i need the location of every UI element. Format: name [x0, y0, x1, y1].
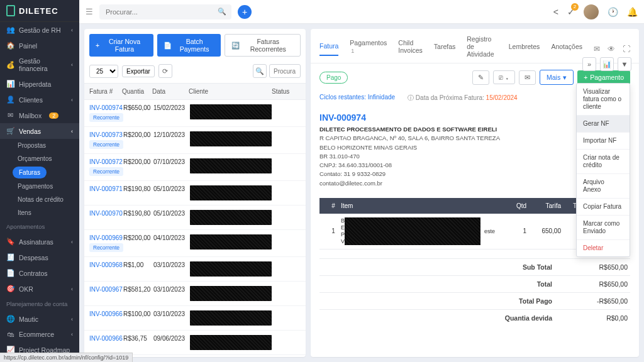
add-button[interactable]: + [238, 5, 252, 19]
invoice-link[interactable]: INV-000972 [89, 158, 123, 165]
sidebar-subitem[interactable]: Propostas [0, 139, 79, 152]
sidebar-item-label: Contratos [19, 270, 48, 277]
chevrons-icon[interactable]: » [582, 57, 596, 71]
dropdown-item[interactable]: Criar nota de crédito [577, 150, 630, 174]
row-client-redacted [190, 234, 272, 250]
col-invoice-num[interactable]: Fatura # [89, 88, 122, 95]
items-col-qtd: Qtd [495, 202, 526, 209]
invoice-row[interactable]: INV-000973Recorrente R$200,00 12/10/2023 [84, 127, 306, 154]
sidebar-item[interactable]: 👤Clientes‹ [0, 92, 79, 107]
detail-tab[interactable]: Pagamentos 1 [350, 39, 387, 59]
detail-tab[interactable]: Anotações [551, 43, 582, 55]
sidebar-item[interactable]: 💰Gestão financeira‹ [0, 53, 79, 76]
invoice-row[interactable]: INV-000966 R$36,75 09/06/2023 [84, 331, 306, 355]
list-search-input[interactable] [269, 64, 301, 78]
items-col-item: Item [341, 202, 495, 209]
sidebar-section-apontamentos: Apontamentos [0, 219, 79, 234]
sidebar-subitem[interactable]: Notas de crédito [0, 193, 79, 206]
invoice-row[interactable]: INV-000972Recorrente R$200,00 07/10/2023 [84, 154, 306, 181]
topbar-right: < ✓2 🕐 🔔 [553, 4, 638, 19]
invoice-row[interactable]: INV-000971 R$190,80 05/10/2023 [84, 181, 306, 206]
sidebar-item[interactable]: 🌐Mautic‹ [0, 311, 79, 327]
dropdown-item[interactable]: Deletar [577, 240, 630, 256]
clock-icon[interactable]: 🕐 [608, 7, 618, 17]
more-button[interactable]: Mais▾ [540, 70, 574, 85]
list-search-icon[interactable]: 🔍 [253, 64, 267, 78]
invoice-link[interactable]: INV-000973 [89, 131, 123, 138]
invoice-link[interactable]: INV-000968 [89, 261, 123, 268]
sidebar-item[interactable]: 🎯OKR‹ [0, 281, 79, 297]
col-date[interactable]: Data [152, 88, 189, 95]
sidebar-item[interactable]: 🏠Painel [0, 38, 79, 53]
bell-icon[interactable]: 🔔 [627, 7, 638, 17]
refresh-icon[interactable]: ⟳ [158, 64, 172, 78]
batch-payments-button[interactable]: 📄Batch Payments [157, 34, 221, 57]
filter-icon[interactable]: ⎚ ▾ [493, 70, 515, 84]
sidebar-item[interactable]: 🔖Assinaturas‹ [0, 234, 79, 250]
col-client[interactable]: Cliente [189, 88, 272, 95]
chart-icon[interactable]: 📊 [600, 57, 614, 71]
dropdown-item[interactable]: Copiar Fatura [577, 199, 630, 216]
dropdown-item[interactable]: Importar NF [577, 133, 630, 150]
subtotal-value: R$650,00 [577, 263, 628, 271]
create-invoice-button[interactable]: +Criar Nova Fatura [89, 34, 153, 57]
invoice-link[interactable]: INV-000969 [89, 234, 123, 241]
row-amount: R$200,00 [123, 158, 153, 165]
detail-tab[interactable]: Registro de Atividade [467, 35, 497, 63]
page-size-select[interactable]: 25 [89, 65, 118, 78]
send-icon[interactable]: ✉ [519, 70, 536, 85]
invoice-link[interactable]: INV-000966 [89, 310, 123, 317]
detail-tab[interactable]: Tarefas [434, 43, 455, 55]
export-button[interactable]: Exportar [122, 65, 155, 77]
share-icon[interactable]: < [553, 7, 558, 17]
notifications-icon[interactable]: ✓2 [567, 7, 575, 17]
sidebar-subitem[interactable]: Orçamentos [0, 152, 79, 165]
search-icon[interactable]: 🔍 [218, 8, 226, 16]
total-label: Total [489, 280, 552, 288]
col-amount[interactable]: Quantia [122, 88, 152, 95]
col-status[interactable]: Status [272, 88, 301, 95]
funnel-icon[interactable]: ▼ [618, 57, 631, 71]
sidebar-item-icon: 💰 [6, 61, 14, 69]
sidebar-item[interactable]: 🧾Despesas [0, 250, 79, 265]
invoice-row[interactable]: INV-000968 R$1,00 03/10/2023 [84, 257, 306, 282]
sidebar-item[interactable]: 📊Hipperdata [0, 76, 79, 92]
invoice-row[interactable]: INV-000966 R$100,00 03/10/2023 [84, 306, 306, 331]
detail-tab[interactable]: Lembretes [509, 43, 540, 55]
detail-tab[interactable]: Child Invoices [398, 39, 423, 59]
eye-icon[interactable]: 👁 [608, 45, 615, 53]
sidebar-subitem[interactable]: Pagamentos [0, 180, 79, 193]
invoice-link[interactable]: INV-000966 [89, 335, 123, 342]
detail-tab[interactable]: Fatura [319, 42, 338, 56]
invoice-link[interactable]: INV-000974 [89, 104, 123, 111]
item-tarifa: 650,00 [526, 228, 561, 234]
expand-icon[interactable]: ⛶ [623, 45, 630, 53]
sidebar-item[interactable]: ✉Mailbox2 [0, 107, 79, 123]
invoice-row[interactable]: INV-000967 R$581,20 03/10/2023 [84, 282, 306, 306]
invoice-link[interactable]: INV-000967 [89, 286, 123, 293]
invoice-row[interactable]: INV-000974Recorrente R$650,00 15/02/2023 [84, 100, 306, 127]
sidebar-item[interactable]: 👥Gestão de RH‹ [0, 22, 79, 38]
invoice-row[interactable]: INV-000969Recorrente R$200,00 04/10/2023 [84, 230, 306, 257]
invoice-link[interactable]: INV-000971 [89, 185, 123, 192]
search-input[interactable] [99, 4, 231, 19]
menu-toggle-icon[interactable]: ☰ [86, 7, 93, 16]
sidebar-item[interactable]: 📄Contratos [0, 265, 79, 281]
sidebar-item[interactable]: 🛒Vendas‹ [0, 123, 79, 139]
payment-button[interactable]: +Pagamento [577, 70, 630, 84]
sidebar-item[interactable]: 🛍Ecommerce‹ [0, 327, 79, 342]
dropdown-item[interactable]: Gerar NF [577, 116, 630, 133]
recurring-invoices-button[interactable]: 🔄Faturas Recorrentes [225, 34, 301, 57]
invoice-row[interactable]: INV-000970 R$190,80 05/10/2023 [84, 206, 306, 230]
chevron-icon: ‹ [71, 316, 73, 322]
dropdown-item[interactable]: Visualizar fatura como o cliente [577, 84, 630, 116]
avatar[interactable] [584, 4, 599, 19]
edit-icon[interactable]: ✎ [472, 70, 489, 85]
invoice-link[interactable]: INV-000970 [89, 210, 123, 217]
sidebar-subitem[interactable]: Itens [0, 206, 79, 219]
mail-icon[interactable]: ✉ [594, 45, 600, 53]
dropdown-item[interactable]: Arquivo Anexo [577, 174, 630, 199]
sidebar-subitem[interactable]: Faturas [13, 167, 47, 178]
dropdown-item[interactable]: Marcar como Enviado [577, 216, 630, 240]
topbar: ☰ 🔍 + < ✓2 🕐 🔔 [79, 0, 644, 24]
